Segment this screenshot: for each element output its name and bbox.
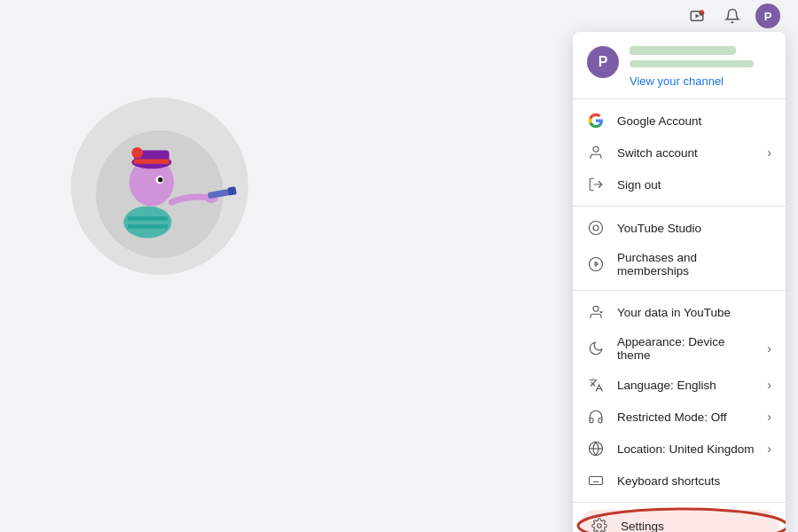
- dropdown-user-info: View your channel: [630, 46, 771, 88]
- menu-item-switch-account[interactable]: Switch account ›: [573, 137, 786, 168]
- sign-out-label: Sign out: [617, 178, 771, 192]
- person-icon: [587, 144, 605, 161]
- menu-item-sign-out[interactable]: Sign out: [573, 168, 786, 200]
- create-button[interactable]: +: [685, 4, 709, 28]
- svg-point-21: [593, 225, 598, 231]
- data-icon: [587, 303, 605, 321]
- menu-item-keyboard[interactable]: Keyboard shortcuts: [573, 465, 786, 497]
- dropdown-section-settings: Settings: [573, 503, 786, 532]
- menu-item-google-account[interactable]: Google Account: [573, 105, 786, 137]
- view-channel-link[interactable]: View your channel: [630, 74, 771, 88]
- chevron-icon: ›: [767, 145, 771, 160]
- svg-point-5: [124, 207, 172, 239]
- signout-icon: [587, 176, 605, 193]
- menu-item-restricted[interactable]: Restricted Mode: Off ›: [573, 401, 786, 433]
- keyboard-icon: [587, 472, 605, 489]
- your-data-label: Your data in YouTube: [617, 306, 771, 319]
- headphone-icon: [587, 408, 605, 426]
- notifications-button[interactable]: [720, 4, 745, 28]
- illustration-area: [18, 53, 301, 319]
- account-dropdown: P View your channel Google Account: [573, 32, 786, 532]
- svg-text:+: +: [700, 12, 702, 16]
- dropdown-section-youtube: YouTube Studio Purchases and memberships: [573, 207, 786, 291]
- svg-rect-6: [128, 216, 168, 221]
- svg-rect-11: [134, 159, 169, 163]
- chevron-icon: ›: [767, 378, 771, 392]
- svg-point-18: [593, 146, 598, 152]
- google-icon: [587, 112, 605, 129]
- youtube-studio-label: YouTube Studio: [617, 222, 771, 235]
- dropdown-section-prefs: Your data in YouTube Appearance: Device …: [573, 291, 786, 503]
- appearance-label: Appearance: Device theme: [617, 335, 755, 362]
- menu-item-language[interactable]: Language: English ›: [573, 369, 786, 401]
- chevron-icon: ›: [767, 442, 771, 456]
- svg-rect-27: [590, 477, 603, 485]
- svg-point-28: [598, 524, 602, 528]
- menu-item-purchases[interactable]: Purchases and memberships: [573, 244, 786, 285]
- menu-item-location[interactable]: Location: United Kingdom ›: [573, 433, 786, 465]
- character-illustration: [80, 106, 239, 266]
- studio-icon: [587, 219, 605, 237]
- account-avatar-button[interactable]: P: [755, 4, 780, 28]
- svg-rect-14: [228, 186, 237, 195]
- dropdown-header: P View your channel: [573, 32, 786, 99]
- globe-icon: [587, 440, 605, 458]
- svg-rect-7: [128, 224, 168, 229]
- settings-label: Settings: [621, 520, 768, 533]
- dropdown-avatar: P: [587, 46, 619, 78]
- svg-point-20: [590, 222, 603, 235]
- restricted-label: Restricted Mode: Off: [617, 411, 755, 424]
- svg-point-17: [132, 147, 144, 159]
- dropdown-user-email: [630, 60, 754, 67]
- dropdown-section-account: Google Account Switch account › S: [573, 99, 786, 207]
- svg-point-16: [158, 177, 162, 182]
- menu-item-youtube-studio[interactable]: YouTube Studio: [573, 212, 786, 244]
- menu-item-your-data[interactable]: Your data in YouTube: [573, 296, 786, 328]
- switch-account-label: Switch account: [617, 146, 755, 160]
- svg-point-24: [593, 306, 598, 311]
- language-label: Language: English: [617, 379, 755, 392]
- chevron-icon: ›: [767, 341, 771, 356]
- dropdown-user-name: [630, 46, 736, 55]
- gear-icon: [591, 517, 608, 532]
- menu-item-appearance[interactable]: Appearance: Device theme ›: [573, 328, 786, 369]
- location-label: Location: United Kingdom: [617, 442, 755, 456]
- illustration-circle: [71, 98, 248, 275]
- translate-icon: [587, 376, 605, 394]
- svg-marker-1: [696, 14, 700, 19]
- topbar: + P: [0, 0, 798, 32]
- menu-item-settings[interactable]: Settings: [580, 510, 778, 532]
- purchases-label: Purchases and memberships: [617, 251, 771, 278]
- chevron-icon: ›: [767, 410, 771, 424]
- keyboard-label: Keyboard shortcuts: [617, 474, 771, 488]
- moon-icon: [587, 340, 605, 357]
- dollar-icon: [587, 255, 605, 273]
- google-account-label: Google Account: [617, 114, 771, 128]
